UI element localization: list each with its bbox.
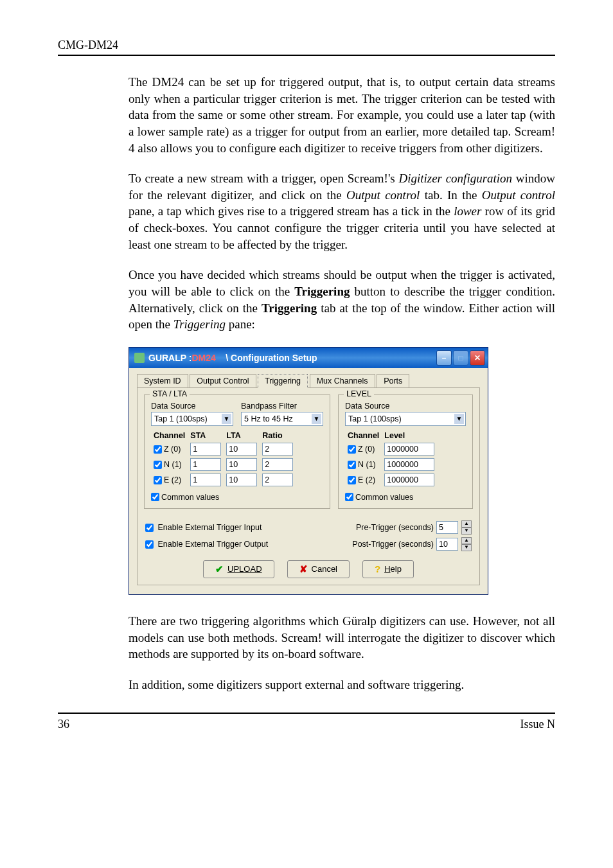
titlebar[interactable]: GURALP : DM24 \ Configuration Setup – □ … (129, 348, 488, 368)
title-suffix: \ Configuration Setup (216, 353, 317, 363)
paragraph-4: There are two triggering algorithms whic… (129, 613, 555, 662)
sta-lta-title: STA / LTA (150, 389, 190, 398)
bp-label: Bandpass Filter (241, 402, 323, 411)
sta-n-sta[interactable]: 1 (190, 458, 221, 471)
title-guralp: GURALP : (148, 353, 191, 363)
sta-col-channel: Channel (151, 430, 188, 441)
sta-z-lta[interactable]: 10 (226, 443, 257, 456)
level-common-check[interactable] (345, 493, 353, 501)
paragraph-2: To create a new stream with a trigger, o… (129, 170, 555, 252)
upload-button[interactable]: ✔ UPLOAD (203, 560, 274, 578)
level-ds-label: Data Source (345, 402, 466, 411)
sta-row-n: N (1) 1 10 2 (151, 457, 296, 472)
cancel-label: Cancel (312, 564, 337, 574)
level-row-z: Z (0) 1000000 (345, 441, 437, 457)
p2-d: Output control (346, 188, 420, 202)
sta-n-ratio[interactable]: 2 (262, 458, 293, 471)
level-col-level: Level (382, 430, 437, 441)
cancel-button[interactable]: ✘ Cancel (287, 560, 350, 578)
pre-trigger-field[interactable]: 5 (436, 521, 458, 534)
sta-lta-group: STA / LTA Data Source Tap 1 (100sps) ▼ (144, 394, 330, 509)
tab-triggering[interactable]: Triggering (258, 374, 308, 388)
level-col-channel: Channel (345, 430, 382, 441)
sta-n-check[interactable] (154, 461, 162, 469)
sta-z-ratio[interactable]: 2 (262, 443, 293, 456)
minimize-button[interactable]: – (436, 350, 452, 366)
sta-table: Channel STA LTA Ratio Z (0) 1 10 (151, 430, 296, 488)
sta-e-ratio[interactable]: 2 (262, 474, 293, 486)
level-z-check[interactable] (348, 445, 356, 454)
bp-combo[interactable]: 5 Hz to 45 Hz ▼ (241, 412, 323, 426)
level-ds-value: Tap 1 (100sps) (348, 414, 402, 423)
title-dm24: DM24 (191, 353, 215, 363)
tab-mux-channels[interactable]: Mux Channels (310, 374, 375, 387)
close-button[interactable]: ✕ (470, 350, 485, 366)
x-icon: ✘ (299, 563, 308, 575)
chevron-down-icon: ▼ (312, 414, 321, 424)
chevron-down-icon: ▼ (454, 414, 464, 424)
sta-common-label: Common values (161, 493, 219, 502)
paragraph-5: In addition, some digitizers support ext… (129, 677, 555, 693)
sta-z-check[interactable] (154, 445, 162, 454)
p3-b: Triggering (294, 285, 350, 298)
p2-b: Digitizer configuration (398, 172, 512, 185)
level-row-n: N (1) 1000000 (345, 457, 437, 472)
sta-e-label: E (2) (164, 475, 181, 484)
doc-header: CMG-DM24 (58, 39, 118, 51)
ext-trigger-in-label: Enable External Trigger Input (157, 523, 262, 532)
chevron-down-icon: ▼ (222, 414, 231, 424)
ext-trigger-out-check[interactable] (145, 540, 154, 549)
sta-common-check[interactable] (151, 493, 159, 501)
level-ds-combo[interactable]: Tap 1 (100sps) ▼ (345, 412, 466, 426)
tab-output-control[interactable]: Output Control (190, 374, 256, 387)
tab-system-id[interactable]: System ID (137, 374, 188, 387)
tab-ports[interactable]: Ports (377, 374, 409, 387)
level-e-label: E (2) (358, 475, 375, 484)
ext-trigger-in-check[interactable] (145, 524, 154, 532)
pre-trigger-spinner[interactable]: ▲▼ (461, 520, 472, 535)
level-n-label: N (1) (358, 460, 376, 469)
sta-row-z: Z (0) 1 10 2 (151, 441, 296, 457)
p2-a: To create a new stream with a trigger, o… (129, 172, 398, 185)
sta-e-sta[interactable]: 1 (190, 474, 221, 486)
config-setup-dialog: GURALP : DM24 \ Configuration Setup – □ … (129, 347, 488, 595)
sta-ds-value: Tap 1 (100sps) (154, 414, 208, 423)
sta-row-e: E (2) 1 10 2 (151, 472, 296, 488)
p3-g: pane: (226, 317, 255, 331)
level-z-val[interactable]: 1000000 (384, 443, 434, 456)
help-button[interactable]: ? Help (362, 560, 414, 578)
sta-n-lta[interactable]: 10 (226, 458, 257, 471)
p2-h: lower (454, 204, 481, 218)
sta-e-check[interactable] (154, 476, 162, 484)
sta-ds-label: Data Source (151, 402, 233, 411)
level-row-e: E (2) 1000000 (345, 472, 437, 488)
post-trigger-spinner[interactable]: ▲▼ (461, 537, 472, 551)
sta-e-lta[interactable]: 10 (226, 474, 257, 486)
tabstrip: System ID Output Control Triggering Mux … (137, 373, 480, 387)
help-label-rest: elp (391, 564, 402, 574)
sta-col-sta: STA (188, 430, 224, 441)
p3-f: Triggering (173, 317, 226, 331)
p3-d: Triggering (262, 301, 317, 315)
p2-f: Output control (482, 188, 555, 202)
sta-n-label: N (1) (164, 460, 182, 469)
level-e-check[interactable] (348, 476, 356, 484)
issue-label: Issue N (520, 718, 556, 731)
sta-ds-combo[interactable]: Tap 1 (100sps) ▼ (151, 412, 233, 426)
post-trigger-field[interactable]: 10 (436, 538, 458, 551)
app-icon (134, 353, 145, 363)
check-icon: ✔ (215, 563, 224, 575)
page-number: 36 (58, 718, 69, 731)
ext-trigger-out-label: Enable External Trigger Output (157, 540, 268, 549)
sta-z-label: Z (0) (164, 445, 181, 454)
maximize-button: □ (453, 350, 468, 366)
level-n-check[interactable] (348, 461, 356, 469)
level-title: LEVEL (344, 389, 374, 398)
level-e-val[interactable]: 1000000 (384, 474, 434, 486)
sta-z-sta[interactable]: 1 (190, 443, 221, 456)
p2-e: tab. In the (420, 188, 481, 202)
upload-label: UPLOAD (227, 564, 262, 574)
bp-value: 5 Hz to 45 Hz (244, 414, 293, 423)
level-n-val[interactable]: 1000000 (384, 458, 434, 471)
question-icon: ? (375, 563, 380, 574)
